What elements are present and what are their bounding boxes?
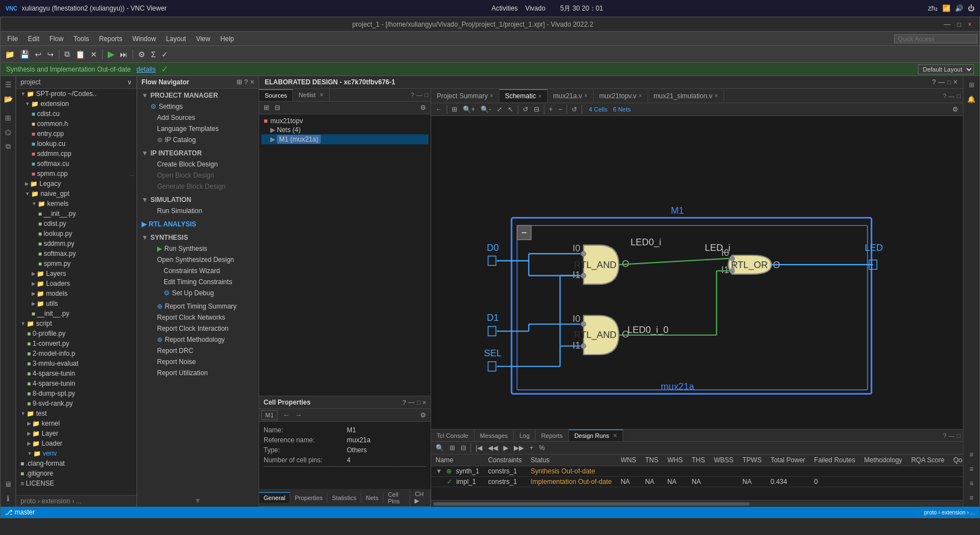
tree-test[interactable]: ▼ 📁 test — [16, 408, 137, 418]
tree-softmax-cu[interactable]: ■ softmax.cu — [16, 159, 137, 169]
menu-window[interactable]: Window — [128, 34, 160, 44]
flow-language-templates[interactable]: Language Templates — [137, 123, 259, 134]
sidebar-icon-monitor[interactable]: 🖥 — [2, 478, 14, 490]
sch-reload[interactable]: ↺ — [521, 104, 531, 114]
tree-loaders[interactable]: ▶ 📁 Loaders — [16, 279, 137, 289]
toolbar-undo[interactable]: ↩ — [33, 49, 44, 60]
dr-play[interactable]: ▶ — [501, 443, 511, 453]
toolbar-paste[interactable]: 📋 — [73, 49, 87, 60]
flow-settings[interactable]: ⚙ Settings — [137, 101, 259, 112]
tree-sparse1[interactable]: ■ 4-sparse-tunin — [16, 369, 137, 378]
section-title-rtl[interactable]: ▶ RTL ANALYSIS — [137, 219, 259, 230]
menu-view[interactable]: View — [191, 34, 215, 44]
sources-collapse-all[interactable]: ⊟ — [272, 103, 282, 113]
tree-layers[interactable]: ▶ 📁 Layers — [16, 269, 137, 279]
tree-init-py[interactable]: ■ __init__.py — [16, 209, 137, 219]
sidebar-icon-layers[interactable]: ⧉ — [2, 140, 14, 153]
tree-naive-gpt[interactable]: ▼ 📁 naive_gpt — [16, 189, 137, 199]
maximize-button[interactable]: □ — [954, 21, 964, 28]
section-title-synth[interactable]: ▼ SYNTHESIS — [137, 232, 259, 243]
tree-svd[interactable]: ■ 9-svd-rank.py — [16, 398, 137, 408]
sch-settings-btn[interactable]: ⚙ — [950, 104, 961, 114]
tab-log[interactable]: Log — [514, 431, 536, 441]
cell-tab-properties[interactable]: Properties — [290, 493, 327, 503]
tree-sparse2[interactable]: ■ 4-sparse-tunin — [16, 378, 137, 388]
tree-loader[interactable]: ▶ 📁 Loader — [16, 438, 137, 448]
toolbar-play[interactable]: ▶ — [105, 48, 117, 60]
sources-min[interactable]: — — [416, 92, 422, 98]
dr-collapse[interactable]: ⊟ — [458, 443, 468, 453]
source-mux21topv[interactable]: ■ mux21topv — [261, 117, 428, 125]
dr-next-group[interactable]: ▶▶ — [512, 443, 526, 453]
source-nets[interactable]: ▶ Nets (4) — [261, 125, 428, 134]
tree-models[interactable]: ▶ 📁 models — [16, 289, 137, 299]
tree-spmm-cpp[interactable]: ■ spmm.cpp ... — [16, 169, 137, 179]
flow-report-util[interactable]: Report Utilization — [137, 367, 259, 378]
flow-report-noise[interactable]: Report Noise — [137, 356, 259, 367]
tree-model-info[interactable]: ■ 2-model-info.p — [16, 349, 137, 359]
cell-props-max[interactable]: □ — [417, 399, 421, 406]
tab-project-summary[interactable]: Project Summary × — [431, 90, 499, 102]
toolbar-sum[interactable]: Σ — [149, 49, 158, 60]
tab-design-runs-close[interactable]: × — [613, 432, 617, 440]
table-row-impl1[interactable]: ✓ impl_1 constrs_1 Implementation Out-of… — [431, 477, 963, 487]
tree-lookup-cu[interactable]: ■ lookup.cu — [16, 139, 137, 149]
sidebar-icon-connect[interactable]: ⌬ — [2, 126, 14, 138]
right-icon-3[interactable]: ≡ — [965, 448, 978, 461]
layout-select[interactable]: Default Layout — [918, 64, 974, 74]
sch-zoom-fit[interactable]: ⊞ — [449, 104, 459, 114]
sidebar-icon-folder[interactable]: 📂 — [2, 93, 14, 105]
tree-spmm-py[interactable]: ■ spmm.py — [16, 259, 137, 269]
tab-close-schematic[interactable]: × — [538, 93, 542, 99]
tree-venv[interactable]: ▼ 📁 venv — [16, 448, 137, 458]
flow-report-timing[interactable]: ⊕ Report Timing Summary — [137, 301, 259, 312]
search-input[interactable] — [894, 34, 977, 43]
toolbar-redo[interactable]: ↪ — [45, 49, 56, 60]
sch-minus[interactable]: − — [556, 104, 564, 114]
cell-props-close[interactable]: × — [423, 399, 426, 406]
dr-prev-group[interactable]: ◀◀ — [486, 443, 500, 453]
flow-setup-debug[interactable]: ⚙ Set Up Debug — [137, 287, 259, 299]
sources-settings[interactable]: ⚙ — [418, 103, 428, 113]
sch-fullscreen[interactable]: ⤢ — [494, 104, 504, 114]
bottom-min[interactable]: — — [948, 432, 954, 439]
tree-sddmm-py[interactable]: ■ sddmm.py — [16, 239, 137, 249]
cell-tab-nets[interactable]: Nets — [361, 493, 383, 503]
flow-ip-catalog[interactable]: ⊕ IP Catalog — [137, 134, 259, 145]
schematic-help[interactable]: ? — [943, 93, 946, 99]
tree-kernels[interactable]: ▼ 📁 kernels — [16, 199, 137, 209]
tab-mux21sim[interactable]: mux21_simulation.v × — [648, 90, 724, 102]
elab-close[interactable]: × — [953, 78, 957, 86]
cell-props-settings[interactable]: ⚙ — [418, 410, 428, 420]
cell-tab-ch[interactable]: CH ▶ — [410, 489, 431, 506]
tree-cdist-cu[interactable]: ■ cdist.cu — [16, 109, 137, 119]
schematic-min[interactable]: — — [948, 93, 954, 99]
sources-tab-sources[interactable]: Sources — [259, 89, 293, 101]
dr-search[interactable]: 🔍 — [433, 443, 446, 453]
tab-design-runs[interactable]: Design Runs × — [569, 430, 623, 441]
elab-min[interactable]: — — [938, 78, 945, 86]
toolbar-copy[interactable]: ⧉ — [62, 48, 72, 60]
tree-spt-proto[interactable]: ▼ 📁 SPT-proto ~/Codes.. — [16, 89, 137, 99]
schematic-content[interactable]: M1 mux21a − — [431, 116, 963, 429]
bottom-help[interactable]: ? — [943, 432, 946, 439]
tree-convert[interactable]: ■ 1-convert.py — [16, 339, 137, 349]
section-title-project[interactable]: ▼ PROJECT MANAGER — [137, 90, 259, 101]
close-button[interactable]: × — [964, 21, 975, 28]
sch-back[interactable]: ← — [433, 104, 444, 114]
dr-expand[interactable]: ⊞ — [447, 443, 457, 453]
menu-tools[interactable]: Tools — [69, 34, 93, 44]
cell-tab-general[interactable]: General — [259, 492, 290, 503]
right-icon-5[interactable]: ≡ — [965, 477, 978, 490]
tab-tcl[interactable]: Tcl Console — [431, 431, 474, 441]
tree-legacy[interactable]: ▶ 📁 Legacy — [16, 179, 137, 189]
bottom-max[interactable]: □ — [957, 432, 961, 439]
cell-props-next[interactable]: → — [293, 410, 304, 420]
cell-props-prev[interactable]: ← — [281, 410, 292, 420]
sources-help[interactable]: ? — [411, 92, 414, 98]
tab-close-project[interactable]: × — [490, 93, 493, 99]
sch-cycle[interactable]: ↺ — [569, 104, 579, 114]
flow-edit-timing[interactable]: Edit Timing Constraints — [137, 276, 259, 287]
netlist-tab-close[interactable]: × — [320, 91, 324, 99]
menu-edit[interactable]: Edit — [23, 34, 44, 44]
